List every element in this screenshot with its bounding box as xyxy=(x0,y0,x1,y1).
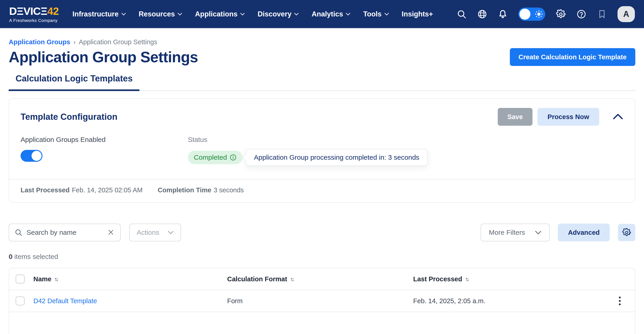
user-avatar[interactable]: A xyxy=(618,6,635,22)
status-row: Completed Application Group processing c… xyxy=(188,149,428,166)
chevron-down-icon xyxy=(535,231,542,235)
template-link[interactable]: D42 Default Template xyxy=(33,297,97,305)
chevron-down-icon xyxy=(178,13,182,15)
breadcrumb: Application Groups › Application Group S… xyxy=(9,38,635,46)
template-configuration-header: Template Configuration Save Process Now xyxy=(9,99,635,126)
search-button[interactable] xyxy=(456,9,467,19)
table-settings-button[interactable] xyxy=(618,224,635,241)
toggle-knob xyxy=(32,151,42,161)
more-filters-dropdown[interactable]: More Filters xyxy=(480,224,550,241)
header-checkbox-cell xyxy=(9,274,33,284)
help-button[interactable] xyxy=(576,9,586,19)
main-navigation: Infrastructure Resources Applications Di… xyxy=(72,10,433,18)
last-processed-meta: Last ProcessedFeb. 14, 2025 02:05 AM xyxy=(20,186,142,194)
avatar-initial: A xyxy=(623,9,629,19)
advanced-button[interactable]: Advanced xyxy=(558,224,610,241)
selection-label: items selected xyxy=(14,253,58,260)
last-processed-label: Last Processed xyxy=(20,186,70,194)
table-header-row: Name↑↓ Calculation Format↑↓ Last Process… xyxy=(9,268,635,290)
template-configuration-body: Application Groups Enabled Status Comple… xyxy=(9,126,635,179)
more-filters-label: More Filters xyxy=(489,229,525,236)
process-now-button[interactable]: Process Now xyxy=(538,108,599,126)
cell-name: D42 Default Template xyxy=(33,297,227,305)
settings-button[interactable] xyxy=(556,9,566,19)
column-header-last-processed[interactable]: Last Processed↑↓ xyxy=(413,275,614,283)
breadcrumb-link-application-groups[interactable]: Application Groups xyxy=(9,38,70,46)
breadcrumb-current: Application Group Settings xyxy=(79,38,157,46)
navbar-actions: A xyxy=(456,6,635,22)
completion-time-value: 3 seconds xyxy=(214,186,244,194)
status-field: Status Completed Application Group proce… xyxy=(188,136,428,166)
status-label: Status xyxy=(188,136,428,144)
sort-icon: ↑↓ xyxy=(290,276,293,282)
nav-item-infrastructure[interactable]: Infrastructure xyxy=(72,10,126,18)
device42-logo[interactable]: DΞVICΞ42 A Freshworks Company xyxy=(9,6,59,22)
nav-item-tools[interactable]: Tools xyxy=(363,10,389,18)
tab-bar: Calculation Logic Templates xyxy=(9,74,635,91)
last-processed-value: Feb. 14, 2025 02:05 AM xyxy=(72,186,142,194)
selection-summary: 0items selected xyxy=(9,253,635,261)
cell-last-processed: Feb. 14, 2025, 2:05 a.m. xyxy=(413,297,614,305)
status-tooltip: Application Group processing completed i… xyxy=(246,149,428,166)
list-toolbar: Actions More Filters Advanced xyxy=(9,224,635,241)
nav-item-insights[interactable]: Insights+ xyxy=(402,10,433,18)
search-icon xyxy=(15,229,22,236)
bell-icon xyxy=(498,9,508,19)
nav-item-analytics[interactable]: Analytics xyxy=(312,10,350,18)
status-badge: Completed xyxy=(188,151,242,164)
globe-button[interactable] xyxy=(477,9,487,19)
search-icon xyxy=(457,9,466,19)
kebab-icon xyxy=(619,297,621,298)
application-groups-enabled-toggle[interactable] xyxy=(20,150,42,162)
search-input[interactable] xyxy=(26,229,103,236)
toggle-knob xyxy=(520,9,530,20)
completion-time-label: Completion Time xyxy=(158,186,212,194)
top-navbar: DΞVICΞ42 A Freshworks Company Infrastruc… xyxy=(0,0,644,29)
bookmark-button[interactable] xyxy=(597,9,607,19)
clear-search-button[interactable] xyxy=(107,229,115,236)
toolbar-right: More Filters Advanced xyxy=(480,224,635,241)
enabled-field: Application Groups Enabled xyxy=(20,136,188,166)
create-calculation-logic-template-button[interactable]: Create Calculation Logic Template xyxy=(510,48,635,66)
collapse-button[interactable] xyxy=(612,111,624,122)
nav-item-discovery[interactable]: Discovery xyxy=(258,10,299,18)
theme-toggle[interactable] xyxy=(518,7,545,21)
row-checkbox[interactable] xyxy=(16,296,25,306)
gear-icon xyxy=(556,9,566,19)
main-content: Application Groups › Application Group S… xyxy=(0,29,644,334)
column-header-calculation-format[interactable]: Calculation Format↑↓ xyxy=(227,275,413,283)
globe-icon xyxy=(478,9,487,19)
template-configuration-card: Template Configuration Save Process Now … xyxy=(9,98,635,203)
breadcrumb-separator: › xyxy=(73,38,76,46)
column-header-name[interactable]: Name↑↓ xyxy=(33,275,227,283)
chevron-down-icon xyxy=(384,13,389,15)
notifications-button[interactable] xyxy=(498,9,508,19)
chevron-down-icon xyxy=(240,13,245,15)
enabled-label: Application Groups Enabled xyxy=(20,136,188,144)
sort-icon: ↑↓ xyxy=(54,276,57,282)
help-icon xyxy=(576,9,586,19)
logo-subtitle: A Freshworks Company xyxy=(9,18,59,22)
save-button[interactable]: Save xyxy=(498,108,532,126)
actions-label: Actions xyxy=(137,229,159,236)
select-all-checkbox[interactable] xyxy=(16,274,25,284)
nav-item-resources[interactable]: Resources xyxy=(139,10,182,18)
logo-wordmark: DΞVICΞ42 xyxy=(9,6,59,16)
sun-icon xyxy=(535,10,543,18)
info-icon[interactable] xyxy=(230,154,236,161)
search-box xyxy=(9,224,121,241)
completion-time-meta: Completion Time3 seconds xyxy=(158,186,244,194)
nav-item-applications[interactable]: Applications xyxy=(195,10,245,18)
table-row: D42 Default Template Form Feb. 14, 2025,… xyxy=(9,290,635,312)
row-checkbox-cell xyxy=(9,296,33,306)
page-title: Application Group Settings xyxy=(9,48,198,66)
status-badge-text: Completed xyxy=(194,154,227,161)
actions-dropdown[interactable]: Actions xyxy=(129,224,181,241)
selection-count: 0 xyxy=(9,253,12,260)
row-actions-menu[interactable] xyxy=(614,296,625,306)
sort-icon: ↑↓ xyxy=(465,276,468,282)
chevron-down-icon xyxy=(168,231,174,234)
tab-calculation-logic-templates[interactable]: Calculation Logic Templates xyxy=(9,74,140,91)
templates-table: Name↑↓ Calculation Format↑↓ Last Process… xyxy=(9,268,635,334)
chevron-down-icon xyxy=(121,13,126,15)
